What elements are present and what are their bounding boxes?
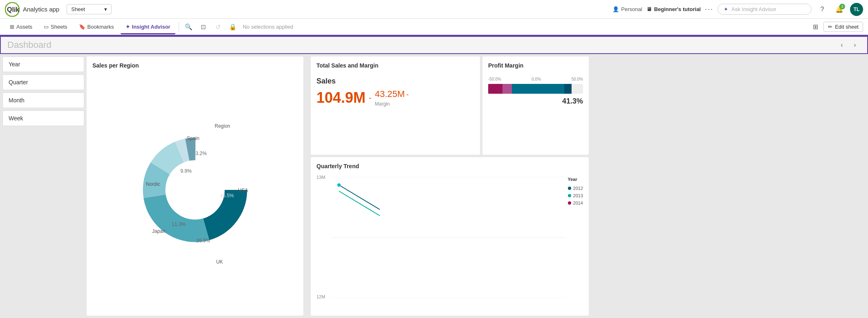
personal-button[interactable]: 👤 Personal	[612, 6, 642, 12]
profit-bar-positive	[512, 84, 564, 94]
undo-button: ↺	[212, 20, 225, 34]
nav-bookmarks[interactable]: 🔖 Bookmarks	[74, 20, 119, 33]
kpi-dash: -	[369, 93, 372, 103]
legend-item-2014: 2014	[568, 201, 583, 205]
pct-nordic: 9.9%	[180, 168, 192, 174]
main-content: Year Quarter Month Week Sales per Region	[0, 54, 868, 318]
profit-card: Profit Margin -50.0% 0.0% 50.0% 41.3%	[482, 56, 589, 155]
donut-chart: Region USA UK Japan Nordic Spain 45.5% 2…	[130, 124, 260, 255]
qlik-logo-icon: Qlik	[5, 2, 20, 17]
sales-chart-title: Sales per Region	[92, 62, 298, 69]
filter-quarter[interactable]: Quarter	[2, 74, 84, 90]
dashboard-title-bar: Dashboard ‹ ›	[0, 36, 868, 54]
legend-label-2014: 2014	[573, 201, 583, 205]
quarterly-trend-card: Quarterly Trend 13M 12M	[311, 157, 589, 316]
insight-advisor-icon: ✦	[126, 24, 130, 30]
trend-point-2012	[337, 183, 341, 187]
kpi-secondary-dash: -	[406, 90, 409, 99]
region-label-usa: USA	[238, 187, 248, 193]
profit-bar-positive2	[564, 84, 572, 94]
region-label-region: Region	[215, 123, 230, 129]
profit-bar-mid	[502, 84, 512, 94]
bookmark-icon: 🔖	[79, 24, 85, 30]
trend-legend: Year 2012 2013 2014	[568, 173, 583, 307]
personal-label: Personal	[621, 6, 642, 12]
edit-sheet-label: Edit sheet	[835, 24, 859, 30]
trend-y-top: 13M	[316, 175, 325, 180]
nav-sheets[interactable]: ▭ Sheets	[39, 20, 72, 33]
notification-badge: 3	[839, 4, 845, 9]
monitor-icon: 🖥	[646, 6, 652, 12]
left-sidebar: Year Quarter Month Week	[2, 56, 84, 316]
person-icon: 👤	[612, 6, 619, 12]
nav-divider	[179, 22, 179, 32]
no-selections: No selections applied	[243, 24, 294, 30]
kpi-main-value: 104.9M	[316, 89, 366, 106]
legend-item-2013: 2013	[568, 193, 583, 198]
legend-dot-2013	[568, 194, 571, 197]
kpi-title: Total Sales and Margin	[316, 62, 474, 69]
edit-sheet-button[interactable]: ✏ Edit sheet	[823, 22, 863, 32]
donut-center	[166, 160, 224, 219]
nav-assets[interactable]: ⊞ Assets	[5, 20, 37, 33]
kpi-values: 104.9M - 43.25M - Margin	[316, 89, 474, 107]
legend-item-2012: 2012	[568, 186, 583, 191]
profit-scale: -50.0% 0.0% 50.0%	[488, 77, 583, 81]
nav-next-button[interactable]: ›	[849, 39, 861, 51]
pct-spain: 3.2%	[195, 151, 207, 156]
grid-view-button[interactable]: ⊞	[809, 20, 822, 34]
filter-month[interactable]: Month	[2, 92, 84, 108]
smart-search-button[interactable]: 🔍	[182, 20, 195, 34]
notification-button[interactable]: 🔔 3	[833, 3, 846, 16]
trend-line-2012	[339, 185, 380, 210]
pencil-icon: ✏	[828, 24, 832, 30]
pct-uk: 26.9%	[196, 238, 210, 244]
trend-chart-area: 13M 12M	[316, 173, 564, 307]
nav-prev-button[interactable]: ‹	[836, 39, 848, 51]
right-top-row: Total Sales and Margin Sales 104.9M - 43…	[311, 56, 589, 155]
sheets-label: Sheets	[51, 24, 67, 30]
no-selections-label: No selections applied	[243, 24, 294, 30]
nav-insight-advisor[interactable]: ✦ Insight Advisor	[121, 20, 175, 34]
trend-title: Quarterly Trend	[316, 163, 583, 169]
trend-content: 13M 12M Year	[316, 173, 583, 307]
right-panel: Total Sales and Margin Sales 104.9M - 43…	[311, 56, 589, 316]
kpi-card: Total Sales and Margin Sales 104.9M - 43…	[311, 56, 480, 155]
trend-line-2013	[339, 191, 380, 216]
help-button[interactable]: ?	[816, 3, 829, 16]
sparkle-icon: ✦	[724, 6, 728, 12]
legend-label-2012: 2012	[573, 186, 583, 191]
center-separator	[306, 56, 308, 316]
profit-title: Profit Margin	[488, 62, 583, 69]
selection-button[interactable]: ⊡	[197, 20, 210, 34]
tutorial-label: Beginner's tutorial	[654, 6, 701, 12]
title-nav-buttons: ‹ ›	[836, 39, 861, 51]
region-label-japan: Japan	[152, 228, 166, 234]
user-avatar[interactable]: TL	[850, 3, 863, 16]
assets-label: Assets	[16, 24, 32, 30]
region-label-spain: Spain	[187, 135, 200, 141]
legend-dot-2012	[568, 187, 571, 190]
filter-week[interactable]: Week	[2, 111, 84, 126]
dashboard-title: Dashboard	[7, 40, 52, 50]
bookmarks-label: Bookmarks	[87, 24, 114, 30]
filter-year[interactable]: Year	[2, 56, 84, 72]
insight-placeholder: Ask Insight Advisor	[731, 6, 776, 12]
profit-bar	[488, 84, 583, 94]
sheet-selector[interactable]: Sheet ▾	[67, 4, 112, 14]
trend-y-bottom: 12M	[316, 294, 325, 299]
insight-search-bar[interactable]: ✦ Ask Insight Advisor	[718, 4, 812, 15]
sales-per-region-card: Sales per Region	[87, 56, 303, 316]
assets-icon: ⊞	[10, 24, 14, 30]
donut-chart-container: Region USA UK Japan Nordic Spain 45.5% 2…	[92, 72, 298, 307]
pct-japan: 11.3%	[172, 221, 186, 227]
logo-area: Qlik Analytics app	[5, 2, 59, 17]
svg-text:Qlik: Qlik	[7, 6, 19, 13]
region-label-nordic: Nordic	[146, 181, 160, 187]
tutorial-button[interactable]: 🖥 Beginner's tutorial	[646, 6, 701, 12]
pct-usa: 45.5%	[220, 193, 234, 198]
app-name: Analytics app	[23, 6, 59, 13]
more-options-button[interactable]: ···	[705, 5, 713, 14]
trend-chart-svg	[331, 177, 565, 298]
profit-bar-negative	[488, 84, 502, 94]
